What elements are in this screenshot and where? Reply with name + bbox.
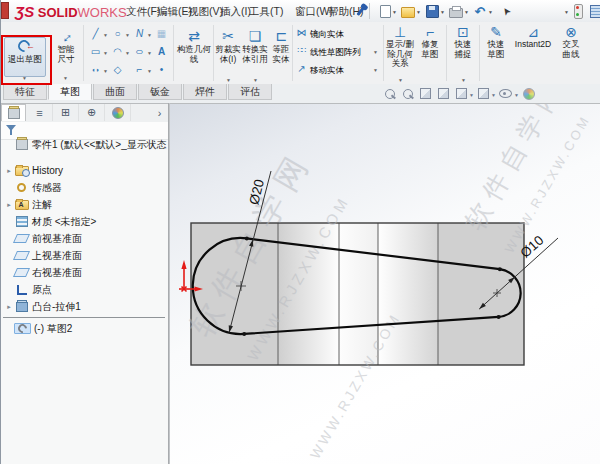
displaymanager-tab-icon[interactable] (105, 104, 131, 121)
new-file-icon[interactable] (378, 4, 392, 18)
view-orientation-dropdown[interactable]: ▼ (469, 92, 474, 98)
move-entities-icon[interactable]: ↗ (295, 62, 308, 75)
fillet-dropdown[interactable]: ▼ (147, 68, 152, 74)
trim-entities-button[interactable]: ✂ 剪裁实体(I) (215, 28, 241, 64)
repair-sketch-button[interactable]: ⌐ 修复草图 (417, 26, 443, 59)
open-icon[interactable] (401, 4, 415, 18)
quick-snaps-flyout[interactable]: ▼ (461, 77, 466, 83)
rapid-sketch-button[interactable]: ✎ 快速草图 (483, 26, 509, 59)
tab-features[interactable]: 特征 (3, 84, 47, 100)
move-entities-dropdown[interactable]: ▼ (373, 67, 378, 73)
tab-weldments[interactable]: 焊件 (183, 84, 227, 100)
save-icon[interactable] (425, 4, 439, 18)
previous-view-icon[interactable] (419, 87, 432, 100)
select-cursor-icon[interactable]: ➤ (499, 4, 513, 18)
sketch-picture-icon[interactable]: ▦ (155, 27, 168, 40)
tree-item-sensors[interactable]: 传感器 (4, 180, 62, 195)
polygon-icon[interactable]: ◇ (111, 63, 124, 76)
rectangle-dropdown[interactable]: ▼ (103, 50, 108, 56)
options-grid-icon[interactable] (589, 4, 600, 18)
smart-dimension-button[interactable]: ↔ 智能尺寸 (51, 28, 81, 64)
quick-snaps-button[interactable]: ⊡ 快速捕捉 (449, 26, 477, 59)
ellipse-dropdown[interactable]: ▼ (147, 50, 152, 56)
featuremanager-tab-icon[interactable] (1, 104, 26, 121)
slot-dropdown[interactable]: ▼ (103, 68, 108, 74)
new-file-dropdown[interactable]: ▼ (392, 9, 397, 15)
relations-flyout[interactable]: ▼ (398, 77, 403, 83)
undo-icon[interactable]: ↶ (473, 4, 487, 18)
rebuild-traffic-light-icon[interactable] (571, 4, 585, 18)
construction-geometry-button[interactable]: ⇄ 构造几何线 (175, 28, 213, 64)
tab-sheetmetal[interactable]: 钣金 (138, 84, 182, 100)
undo-dropdown[interactable]: ▼ (488, 9, 493, 15)
display-style-dropdown[interactable]: ▼ (491, 92, 496, 98)
trim-flyout[interactable]: ▼ (226, 77, 231, 83)
convert-flyout[interactable]: ▼ (253, 77, 258, 83)
offset-entities-button[interactable]: ⊏ 等距实体 (269, 28, 293, 64)
origin-icon (14, 285, 29, 295)
view-orientation-icon[interactable] (455, 87, 468, 100)
propertymanager-tab-icon[interactable]: ≡ (27, 104, 53, 121)
tree-item-material[interactable]: 材质 <未指定> (4, 214, 96, 229)
rectangle-icon[interactable]: ▭ (89, 45, 102, 58)
fillet-icon[interactable]: ⌐ (133, 63, 146, 76)
display-style-icon[interactable] (477, 87, 490, 100)
arc-dropdown[interactable]: ▼ (125, 50, 130, 56)
tab-surfaces[interactable]: 曲面 (93, 84, 137, 100)
menu-tools[interactable]: 工具(T) (246, 4, 286, 20)
dimxpertmanager-tab-icon[interactable]: ⊕ (79, 104, 105, 121)
line-icon[interactable]: ╱ (89, 27, 102, 40)
panel-tab-strip: ≡ ⊞ ⊕ › (1, 104, 168, 123)
ellipse-icon[interactable]: ○ (133, 45, 146, 58)
move-entities-label[interactable]: 移动实体 (310, 65, 344, 77)
arc-icon[interactable]: ◠ (111, 45, 124, 58)
hide-show-items-icon[interactable] (499, 87, 512, 100)
edit-appearance-icon[interactable] (522, 87, 535, 100)
mirror-entities-icon[interactable]: ⋈ (295, 26, 308, 39)
print-icon[interactable] (449, 4, 463, 18)
display-delete-relations-button[interactable]: ⊥ 显示/删除几何关系 (385, 26, 415, 69)
linear-pattern-icon[interactable]: ∷∷ (295, 44, 308, 57)
select-dropdown[interactable]: ▼ (564, 9, 569, 15)
linear-pattern-dropdown[interactable]: ▼ (373, 49, 378, 55)
convert-entities-button[interactable]: ❏ 转换实体引用 (241, 28, 269, 64)
graphics-area[interactable]: 软件自学网 WWW.RJZXW.COM 软件自学网 WWW.RJZXW.COM … (170, 103, 600, 464)
instant2d-button[interactable]: ⊿ Instant2D (511, 26, 555, 50)
save-dropdown[interactable]: ▼ (440, 9, 445, 15)
tree-item-boss-extrude1[interactable]: ▸ 凸台-拉伸1 (4, 299, 81, 314)
circle-dropdown[interactable]: ▼ (125, 32, 130, 38)
tree-item-history[interactable]: ▸ History (4, 163, 63, 178)
circle-icon[interactable]: ○ (111, 27, 124, 40)
spline-dropdown[interactable]: ▼ (147, 32, 152, 38)
text-tool-icon[interactable]: A (155, 45, 168, 58)
tree-item-annotations[interactable]: ▸ A 注解 (4, 197, 52, 212)
mirror-entities-label[interactable]: 镜向实体 (310, 29, 344, 41)
intersection-curve-button[interactable]: ⊗ 交叉曲线 (557, 26, 585, 59)
spline-icon[interactable]: N (133, 27, 146, 40)
zoom-area-icon[interactable] (401, 87, 414, 100)
open-dropdown[interactable]: ▼ (416, 9, 421, 15)
tree-item-origin[interactable]: 原点 (4, 282, 52, 297)
tab-evaluate[interactable]: 评估 (228, 84, 272, 100)
line-dropdown[interactable]: ▼ (103, 32, 108, 38)
section-view-icon[interactable] (437, 87, 450, 100)
tree-item-front-plane[interactable]: 前视基准面 (4, 231, 82, 246)
zoom-fit-icon[interactable] (383, 87, 396, 100)
tree-item-right-plane[interactable]: 右视基准面 (4, 265, 82, 280)
rollback-bar[interactable] (3, 317, 165, 318)
configurationmanager-tab-icon[interactable]: ⊞ (53, 104, 79, 121)
point-icon[interactable]: • (155, 63, 168, 76)
linear-pattern-label[interactable]: 线性草图阵列 (310, 47, 361, 59)
hide-show-dropdown[interactable]: ▼ (514, 92, 519, 98)
ds-logo-mark: ƷS (15, 3, 34, 20)
print-dropdown[interactable]: ▼ (464, 9, 469, 15)
tree-root[interactable]: 零件1 (默认<<默认>_显示状态 1>) (4, 137, 184, 152)
smart-dimension-flyout[interactable]: ▼ (63, 75, 68, 81)
slot-icon[interactable]: ◖◗ (89, 63, 102, 76)
tree-item-sketch2[interactable]: (-) 草图2 (4, 321, 72, 336)
pin-icon[interactable] (353, 4, 367, 18)
material-icon (14, 216, 29, 227)
tree-item-top-plane[interactable]: 上视基准面 (4, 248, 82, 263)
app-icon (1, 2, 9, 19)
tab-sketch[interactable]: 草图 (48, 84, 92, 100)
